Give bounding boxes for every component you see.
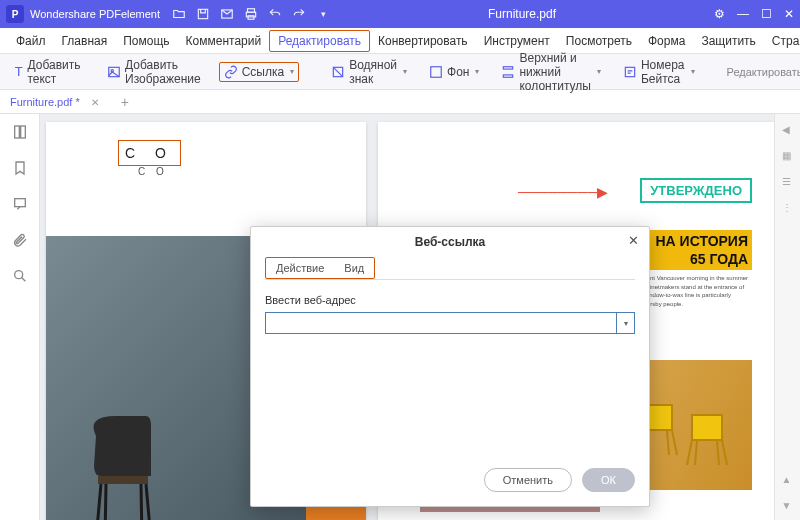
- url-input[interactable]: [265, 312, 617, 334]
- tab-label: Furniture.pdf *: [10, 96, 80, 108]
- menu-page[interactable]: Страница: [764, 31, 800, 51]
- add-text-button[interactable]: T Добавить текст: [10, 56, 89, 88]
- document-title: Furniture.pdf: [330, 7, 714, 21]
- bar-stool-illustration: [76, 406, 186, 520]
- dialog-body: Ввести веб-адрес ▾: [251, 280, 649, 348]
- image-icon: [107, 65, 121, 79]
- approved-stamp: УТВЕРЖДЕНО: [640, 178, 752, 203]
- background-icon: [429, 65, 443, 79]
- add-image-label: Добавить Изображение: [125, 58, 201, 86]
- annotations-icon[interactable]: [12, 196, 28, 212]
- menu-file[interactable]: Файл: [8, 31, 54, 51]
- link-label: Ссылка: [242, 65, 284, 79]
- svg-rect-0: [198, 9, 207, 18]
- undo-icon[interactable]: [268, 7, 282, 21]
- right-sidebar: ◀ ▦ ☰ ⋮ ▲ ▼: [774, 114, 800, 520]
- cancel-button[interactable]: Отменить: [484, 468, 572, 492]
- dialog-tab-view[interactable]: Вид: [334, 258, 374, 278]
- properties-icon[interactable]: ▦: [782, 150, 794, 162]
- mail-icon[interactable]: [220, 7, 234, 21]
- settings-icon[interactable]: ⚙: [714, 7, 725, 21]
- svg-rect-13: [20, 126, 25, 138]
- dialog-tab-action[interactable]: Действие: [266, 258, 334, 278]
- header-footer-label: Верхний и нижний колонтитулы: [519, 51, 590, 93]
- menu-bar: Файл Главная Помощь Комментарий Редактир…: [0, 28, 800, 54]
- watermark-label: Водяной знак: [349, 58, 397, 86]
- close-window-icon[interactable]: ✕: [784, 7, 794, 21]
- scroll-up-icon[interactable]: ▲: [782, 474, 794, 486]
- folder-icon[interactable]: [172, 7, 186, 21]
- text-icon: T: [14, 65, 23, 79]
- svg-rect-8: [431, 66, 442, 77]
- document-tab[interactable]: Furniture.pdf * ✕: [0, 93, 113, 111]
- page-left-title: C O: [118, 140, 181, 166]
- dialog-close-icon[interactable]: ✕: [628, 233, 639, 248]
- titlebar-chevron-down-icon[interactable]: ▾: [316, 7, 330, 21]
- menu-tool[interactable]: Инструмент: [476, 31, 558, 51]
- workspace: C O C O h ────────▶ УТВЕРЖДЕНО НА ИСТОРИ…: [0, 114, 800, 520]
- dialog-title: Веб-ссылка: [251, 227, 649, 257]
- svg-rect-9: [504, 66, 513, 68]
- thumbnails-icon[interactable]: [12, 124, 28, 140]
- svg-rect-10: [504, 74, 513, 76]
- attachment-icon[interactable]: [12, 232, 28, 248]
- tab-close-icon[interactable]: ✕: [91, 97, 99, 108]
- chevron-down-icon: ▾: [403, 67, 407, 76]
- background-button[interactable]: Фон ▾: [425, 63, 483, 81]
- chevron-down-icon: ▾: [475, 67, 479, 76]
- menu-view[interactable]: Посмотреть: [558, 31, 640, 51]
- titlebar-quick-icons: ▾: [172, 7, 330, 21]
- document-canvas[interactable]: C O C O h ────────▶ УТВЕРЖДЕНО НА ИСТОРИ…: [40, 114, 774, 520]
- menu-protect[interactable]: Защитить: [693, 31, 763, 51]
- header-footer-button[interactable]: Верхний и нижний колонтитулы ▾: [497, 49, 604, 95]
- web-link-dialog: Веб-ссылка ✕ Действие Вид Ввести веб-адр…: [250, 226, 650, 507]
- history-title-line2: 65 ГОДА: [690, 251, 748, 267]
- url-input-label: Ввести веб-адрес: [265, 294, 635, 306]
- page-left-subtitle: C O: [138, 166, 168, 177]
- bates-label: Номера Бейтса: [641, 58, 685, 86]
- left-sidebar: [0, 114, 40, 520]
- menu-home[interactable]: Главная: [54, 31, 116, 51]
- history-title-line1: НА ИСТОРИЯ: [656, 233, 749, 249]
- chevron-down-icon: ▾: [691, 67, 695, 76]
- chevron-down-icon: ▾: [290, 67, 294, 76]
- more-icon[interactable]: ⋮: [782, 202, 794, 214]
- menu-help[interactable]: Помощь: [115, 31, 177, 51]
- watermark-button[interactable]: Водяной знак ▾: [327, 56, 411, 88]
- chevron-down-icon: ▾: [597, 67, 601, 76]
- save-icon[interactable]: [196, 7, 210, 21]
- background-label: Фон: [447, 65, 469, 79]
- redo-icon[interactable]: [292, 7, 306, 21]
- svg-rect-12: [14, 126, 19, 138]
- search-icon[interactable]: [12, 268, 28, 284]
- dialog-footer: Отменить ОК: [251, 458, 649, 506]
- window-controls: ⚙ — ☐ ✕: [714, 7, 794, 21]
- ok-button[interactable]: ОК: [582, 468, 635, 492]
- app-logo-icon: P: [6, 5, 24, 23]
- collapse-icon[interactable]: ◀: [782, 124, 794, 136]
- bookmark-icon[interactable]: [12, 160, 28, 176]
- link-button[interactable]: Ссылка ▾: [219, 62, 299, 82]
- menu-convert[interactable]: Конвертировать: [370, 31, 476, 51]
- scroll-down-icon[interactable]: ▼: [782, 500, 794, 512]
- menu-form[interactable]: Форма: [640, 31, 693, 51]
- layers-icon[interactable]: ☰: [782, 176, 794, 188]
- watermark-icon: [331, 65, 345, 79]
- add-tab-button[interactable]: +: [113, 92, 137, 112]
- link-icon: [224, 65, 238, 79]
- edit-toolbar: T Добавить текст Добавить Изображение Сс…: [0, 54, 800, 90]
- svg-rect-14: [14, 199, 25, 207]
- minimize-icon[interactable]: —: [737, 7, 749, 21]
- menu-comment[interactable]: Комментарий: [178, 31, 270, 51]
- svg-rect-11: [625, 67, 634, 76]
- dialog-tabs: Действие Вид: [265, 257, 635, 280]
- menu-edit[interactable]: Редактировать: [269, 30, 370, 52]
- add-text-label: Добавить текст: [27, 58, 85, 86]
- maximize-icon[interactable]: ☐: [761, 7, 772, 21]
- add-image-button[interactable]: Добавить Изображение: [103, 56, 205, 88]
- url-dropdown-icon[interactable]: ▾: [617, 312, 635, 334]
- url-input-wrap: ▾: [265, 312, 635, 334]
- print-icon[interactable]: [244, 7, 258, 21]
- bates-button[interactable]: Номера Бейтса ▾: [619, 56, 699, 88]
- edit-mode-label: Редактировать: [727, 66, 800, 78]
